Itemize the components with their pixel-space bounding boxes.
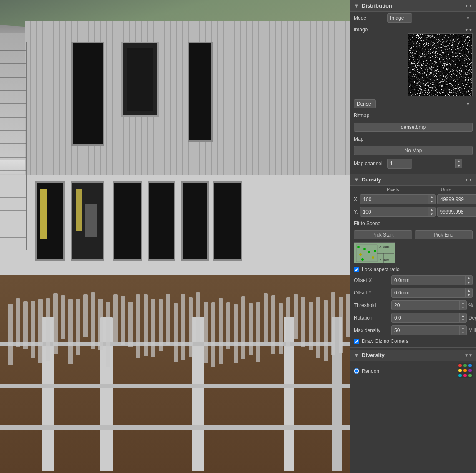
threshold-up[interactable]: ▲ bbox=[460, 301, 466, 305]
map-btn-row: No Map bbox=[350, 144, 476, 157]
image-section: Image ▼▼ bbox=[350, 24, 476, 98]
pick-buttons-row: Pick Start Pick End bbox=[350, 229, 476, 241]
fence-picket bbox=[53, 293, 58, 354]
svg-point-20 bbox=[458, 369, 462, 372]
random-radio[interactable] bbox=[354, 368, 359, 374]
fence-picket bbox=[279, 303, 283, 355]
collapse-arrow-distribution[interactable]: ▼ bbox=[354, 3, 359, 9]
rotation-down[interactable]: ▼ bbox=[460, 318, 466, 322]
y-pixels-up[interactable]: ▲ bbox=[428, 207, 435, 212]
section-collapse-density[interactable]: ▼▼ bbox=[464, 177, 473, 182]
collapse-arrow-diversity[interactable]: ▼ bbox=[354, 352, 359, 358]
max-density-up[interactable]: ▲ bbox=[460, 326, 466, 330]
fence-picket bbox=[249, 303, 253, 355]
map-row: Map bbox=[350, 133, 476, 144]
offset-x-input[interactable] bbox=[392, 276, 465, 284]
image-collapse-btn[interactable]: ▼▼ bbox=[464, 28, 473, 32]
fit-to-scene-row: Fit to Scene bbox=[350, 218, 476, 229]
y-pixels-input[interactable] bbox=[360, 208, 428, 216]
fence-picket bbox=[294, 294, 298, 339]
y-label: Y: bbox=[354, 209, 358, 215]
threshold-down[interactable]: ▼ bbox=[460, 305, 466, 310]
svg-point-19 bbox=[468, 364, 472, 367]
draw-gizmo-row: Draw Gizmo Corners bbox=[350, 337, 476, 346]
mode-select[interactable]: Image Grid Random bbox=[387, 13, 412, 23]
x-pixels-input[interactable] bbox=[360, 195, 428, 204]
bitmap-value[interactable]: dense.bmp bbox=[354, 123, 473, 132]
diversity-section-header: ▼ Diversity ▼▼ bbox=[350, 350, 476, 361]
x-pixels-up[interactable]: ▲ bbox=[428, 195, 435, 199]
lock-aspect-checkbox[interactable] bbox=[354, 267, 359, 272]
collapse-arrow-density[interactable]: ▼ bbox=[354, 176, 359, 183]
door-6 bbox=[213, 181, 242, 261]
y-pixels-btns: ▲ ▼ bbox=[428, 207, 435, 216]
svg-point-4 bbox=[363, 248, 366, 250]
max-density-input[interactable] bbox=[392, 326, 459, 335]
map-channel-up[interactable]: ▲ bbox=[456, 159, 462, 164]
offset-y-input[interactable] bbox=[392, 289, 465, 297]
offset-x-down[interactable]: ▼ bbox=[466, 280, 472, 285]
pick-end-button[interactable]: Pick End bbox=[415, 230, 473, 239]
map-channel-down[interactable]: ▼ bbox=[456, 164, 462, 168]
rotation-up[interactable]: ▲ bbox=[460, 313, 466, 318]
divider-1 bbox=[350, 172, 476, 172]
bitmap-value-row: dense.bmp bbox=[350, 121, 476, 133]
dense-select[interactable]: Dense Sparse bbox=[354, 99, 376, 108]
image-thumbnail[interactable] bbox=[408, 33, 473, 96]
rotation-spinner: ▲ ▼ bbox=[391, 313, 467, 323]
door-4 bbox=[148, 181, 175, 261]
max-density-down[interactable]: ▼ bbox=[460, 330, 466, 335]
fence-picket bbox=[106, 302, 110, 367]
fence-picket bbox=[136, 294, 140, 357]
no-map-button[interactable]: No Map bbox=[354, 146, 473, 155]
fence-picket bbox=[174, 303, 178, 362]
draw-gizmo-checkbox[interactable] bbox=[354, 339, 359, 344]
diversity-colors-svg bbox=[458, 363, 473, 378]
door-1 bbox=[35, 181, 65, 261]
offset-x-up[interactable]: ▲ bbox=[466, 276, 472, 280]
fence-picket bbox=[324, 300, 328, 361]
rotation-unit: Deg. bbox=[468, 315, 476, 321]
image-header-row: Image ▼▼ bbox=[354, 26, 473, 33]
offset-y-btns: ▲ ▼ bbox=[465, 288, 472, 297]
door-5 bbox=[181, 181, 209, 261]
x-pixels-down[interactable]: ▼ bbox=[428, 199, 435, 204]
mode-row: Mode Image Grid Random bbox=[350, 12, 476, 24]
fence-picket bbox=[346, 294, 350, 337]
svg-point-6 bbox=[368, 251, 370, 253]
window-2 bbox=[121, 42, 159, 117]
offset-x-btns: ▲ ▼ bbox=[465, 276, 472, 285]
max-density-label: Max density bbox=[354, 327, 391, 333]
dense-select-wrapper: Dense Sparse bbox=[354, 99, 473, 108]
fence-picket bbox=[68, 299, 73, 364]
window-1 bbox=[71, 42, 104, 146]
section-collapse-distribution[interactable]: ▼▼ bbox=[464, 3, 473, 8]
svg-point-18 bbox=[463, 364, 467, 367]
threshold-input[interactable] bbox=[392, 301, 459, 309]
rotation-btns: ▲ ▼ bbox=[459, 313, 466, 322]
pick-start-button[interactable]: Pick Start bbox=[354, 230, 412, 239]
fence-picket bbox=[159, 299, 163, 351]
x-density-row: X: ▲ ▼ ▲ ▼ bbox=[350, 193, 476, 206]
svg-point-22 bbox=[468, 369, 472, 372]
offset-x-row: Offset X ▲ ▼ bbox=[350, 274, 476, 287]
draw-gizmo-label: Draw Gizmo Corners bbox=[362, 338, 408, 344]
svg-point-25 bbox=[468, 374, 472, 377]
rotation-input[interactable] bbox=[392, 314, 459, 322]
threshold-unit: % bbox=[468, 302, 473, 308]
y-density-row: Y: ▲ ▼ ▲ ▼ bbox=[350, 206, 476, 218]
offset-y-up[interactable]: ▲ bbox=[466, 288, 472, 293]
svg-point-21 bbox=[463, 369, 467, 372]
offset-y-label: Offset Y bbox=[354, 290, 391, 296]
y-pixels-down[interactable]: ▼ bbox=[428, 212, 435, 216]
fence-picket bbox=[219, 298, 223, 364]
diversity-palette[interactable] bbox=[458, 363, 473, 379]
x-units-input[interactable] bbox=[438, 195, 476, 204]
map-channel-input[interactable] bbox=[388, 159, 455, 168]
offset-y-down[interactable]: ▼ bbox=[466, 293, 472, 297]
fence-picket bbox=[204, 302, 208, 363]
y-units-input[interactable] bbox=[438, 208, 476, 216]
section-collapse-diversity[interactable]: ▼▼ bbox=[464, 353, 473, 357]
gizmo-preview-container: X units Y units bbox=[350, 241, 476, 265]
fence-picket bbox=[316, 297, 320, 358]
